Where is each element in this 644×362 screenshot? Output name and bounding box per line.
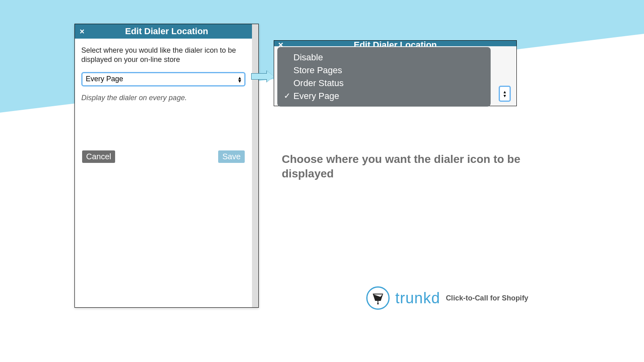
svg-point-3 — [377, 303, 379, 304]
dropdown-header-partial: × Edit Dialer Location — [274, 41, 516, 46]
dropdown-menu: Disable Store Pages Order Status Every P… — [277, 47, 491, 107]
arrow-icon — [251, 71, 275, 82]
stepper-icon — [499, 86, 511, 102]
dropdown-preview-panel: × Edit Dialer Location Disable Store Pag… — [274, 40, 517, 106]
svg-rect-2 — [378, 300, 378, 303]
close-icon[interactable]: × — [80, 27, 85, 36]
brand-name: trunkd — [395, 290, 440, 307]
brand-tagline: Click-to-Call for Shopify — [446, 294, 528, 302]
save-button[interactable]: Save — [218, 150, 245, 163]
stepper-icon — [238, 76, 241, 83]
select-value: Every Page — [86, 75, 123, 83]
close-icon: × — [278, 41, 283, 46]
brand-logo-icon — [366, 286, 390, 310]
footer-brand: trunkd Click-to-Call for Shopify — [366, 286, 528, 310]
dropdown-option-disable[interactable]: Disable — [283, 51, 485, 64]
dropdown-option-order-status[interactable]: Order Status — [283, 77, 485, 90]
caption-text: Choose where you want the dialer icon to… — [282, 152, 523, 181]
scrollbar[interactable] — [252, 24, 258, 307]
button-row: Cancel Save — [81, 150, 246, 163]
cancel-button[interactable]: Cancel — [82, 150, 115, 163]
dropdown-option-store-pages[interactable]: Store Pages — [283, 64, 485, 77]
edit-dialer-dialog: × Edit Dialer Location Select where you … — [74, 24, 259, 308]
hint-text: Display the dialer on every page. — [81, 94, 246, 102]
dropdown-option-every-page[interactable]: Every Page — [283, 90, 485, 103]
dialog-title: Edit Dialer Location — [75, 26, 258, 37]
location-select[interactable]: Every Page — [81, 72, 246, 86]
dropdown-title: Edit Dialer Location — [354, 41, 437, 46]
dialog-body: Select where you would like the dialer i… — [75, 39, 252, 163]
instruction-text: Select where you would like the dialer i… — [81, 46, 246, 65]
dialog-header: × Edit Dialer Location — [75, 24, 258, 39]
